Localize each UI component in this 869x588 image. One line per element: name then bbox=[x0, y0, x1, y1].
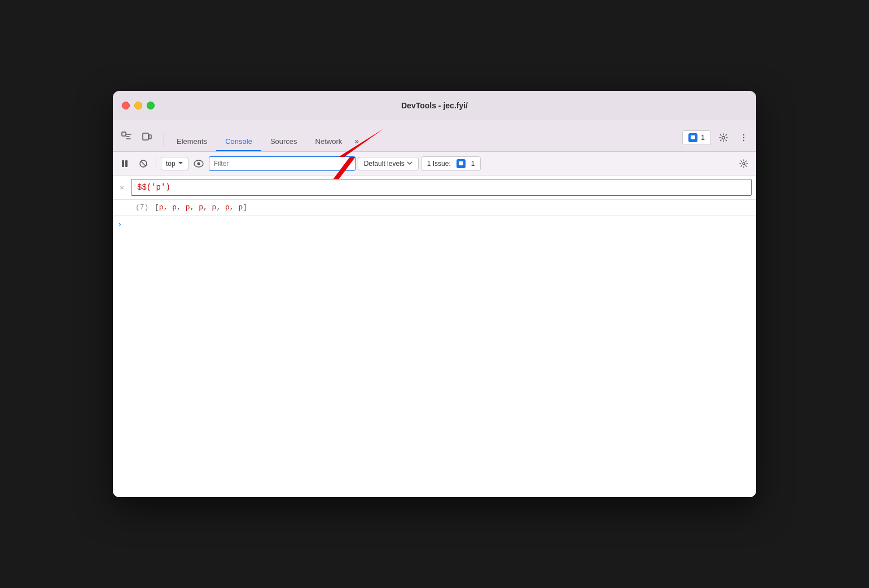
prompt-chevron-icon: › bbox=[117, 220, 122, 229]
svg-point-13 bbox=[197, 162, 200, 165]
window-controls bbox=[122, 102, 155, 109]
console-clear-button[interactable]: × bbox=[117, 183, 126, 192]
svg-point-4 bbox=[743, 134, 744, 135]
tabs-divider-left bbox=[164, 132, 164, 146]
settings-button[interactable] bbox=[716, 130, 731, 146]
messages-badge-button[interactable]: 1 bbox=[682, 130, 711, 145]
svg-rect-1 bbox=[143, 133, 148, 140]
context-dropdown[interactable]: top bbox=[161, 157, 188, 170]
console-empty-area bbox=[113, 234, 756, 497]
console-toolbar: top Default levels 1 Issue: 1 bbox=[113, 152, 756, 175]
message-icon bbox=[688, 133, 697, 142]
more-tabs-button[interactable]: » bbox=[351, 134, 362, 151]
tab-console[interactable]: Console bbox=[216, 120, 261, 151]
issues-button[interactable]: 1 Issue: 1 bbox=[421, 156, 481, 171]
tab-sources[interactable]: Sources bbox=[261, 120, 306, 151]
eye-button[interactable] bbox=[191, 156, 207, 172]
window-title: DevTools - jec.fyi/ bbox=[401, 101, 468, 110]
more-options-button[interactable] bbox=[736, 130, 752, 146]
play-button[interactable] bbox=[117, 156, 133, 172]
toolbar-divider-1 bbox=[156, 158, 156, 169]
filter-input[interactable] bbox=[209, 156, 356, 171]
svg-rect-0 bbox=[122, 132, 126, 136]
result-content: [p, p, p, p, p, p, p] bbox=[155, 203, 247, 212]
ban-button[interactable] bbox=[135, 156, 151, 172]
console-input-row: × bbox=[113, 175, 756, 200]
result-count: (7) bbox=[135, 203, 149, 212]
tabs-bar: Elements Console Sources Network » 1 bbox=[113, 120, 756, 152]
svg-point-14 bbox=[743, 163, 745, 165]
tabs-left-icons bbox=[117, 128, 156, 151]
console-area: × (7) [p, p, p, p, p, p, p] › bbox=[113, 175, 756, 497]
issues-badge-icon bbox=[457, 159, 466, 168]
console-input[interactable] bbox=[131, 179, 752, 196]
svg-rect-2 bbox=[149, 135, 151, 139]
console-prompt-row[interactable]: › bbox=[113, 216, 756, 234]
device-toggle-button[interactable] bbox=[138, 128, 156, 146]
svg-point-6 bbox=[743, 140, 744, 141]
svg-point-3 bbox=[722, 137, 725, 139]
svg-rect-10 bbox=[125, 160, 128, 167]
console-result-row: (7) [p, p, p, p, p, p, p] bbox=[113, 200, 756, 216]
svg-point-5 bbox=[743, 137, 744, 138]
inspector-icon-button[interactable] bbox=[117, 128, 135, 146]
devtools-window: DevTools - jec.fyi/ bbox=[113, 91, 756, 497]
svg-rect-9 bbox=[122, 160, 124, 167]
maximize-button[interactable] bbox=[147, 102, 155, 109]
levels-dropdown[interactable]: Default levels bbox=[358, 157, 419, 170]
tabs-right-area: 1 bbox=[682, 130, 752, 151]
minimize-button[interactable] bbox=[134, 102, 142, 109]
tab-elements[interactable]: Elements bbox=[168, 120, 216, 151]
console-settings-button[interactable] bbox=[736, 156, 752, 172]
tab-network[interactable]: Network bbox=[306, 120, 352, 151]
title-bar: DevTools - jec.fyi/ bbox=[113, 91, 756, 120]
close-button[interactable] bbox=[122, 102, 130, 109]
